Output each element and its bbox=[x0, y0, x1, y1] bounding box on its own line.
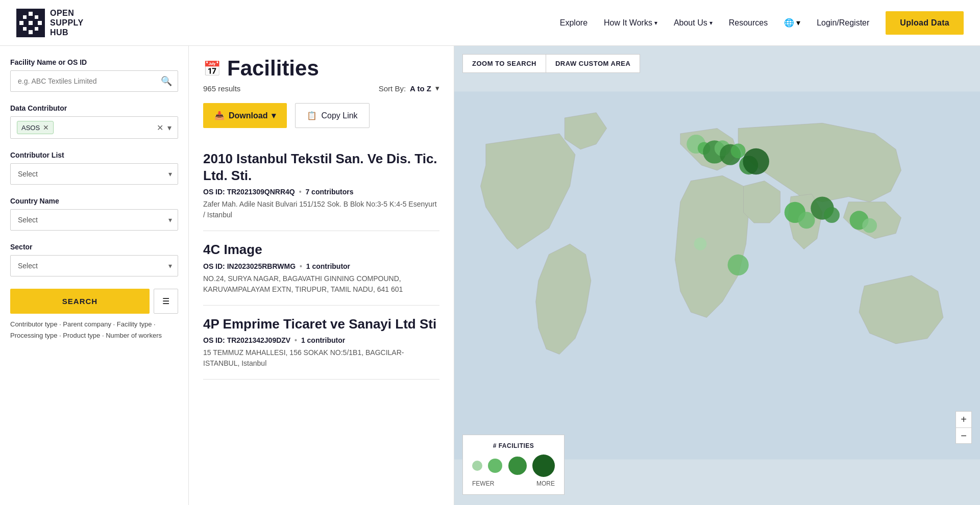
map-legend: # FACILITIES FEWER MORE bbox=[462, 435, 565, 495]
facility-address: Zafer Mah. Adile Nasit Bulvari 151/152 S… bbox=[203, 199, 439, 220]
facilities-title: Facilities bbox=[227, 56, 319, 81]
facility-address: 15 TEMMUZ MAHALLESI, 156 SOKAK NO:5/1B1,… bbox=[203, 347, 439, 369]
sector-select[interactable]: Select bbox=[10, 255, 178, 276]
map-zoom-controls: + − bbox=[955, 411, 972, 444]
download-button[interactable]: 📥 Download ▾ bbox=[203, 103, 287, 128]
facility-search-input[interactable] bbox=[10, 70, 178, 92]
nav-login[interactable]: Login/Register bbox=[817, 18, 869, 28]
contributor-list-label: Contributor List bbox=[10, 151, 178, 159]
nav-how-it-works[interactable]: How It Works ▾ bbox=[604, 18, 657, 28]
contributors-value: 1 contributor bbox=[301, 336, 345, 344]
contributor-input-wrap[interactable]: ASOS ✕ ✕ ▾ bbox=[10, 116, 178, 139]
country-label: Country Name bbox=[10, 197, 178, 205]
zoom-out-button[interactable]: − bbox=[955, 427, 972, 444]
svg-point-18 bbox=[743, 148, 769, 175]
results-meta: 965 results Sort By: A to Z ▾ bbox=[203, 84, 439, 93]
nav-resources[interactable]: Resources bbox=[729, 18, 768, 28]
svg-rect-9 bbox=[29, 21, 33, 25]
search-button[interactable]: SEARCH bbox=[10, 289, 150, 314]
logo-text: OPENSUPPLYHUB bbox=[50, 8, 84, 38]
os-id-label: OS ID: bbox=[203, 336, 227, 344]
upload-data-button[interactable]: Upload Data bbox=[886, 11, 964, 35]
copy-link-button[interactable]: 📋 Copy Link bbox=[295, 103, 369, 128]
draw-custom-area-button[interactable]: DRAW CUSTOM AREA bbox=[546, 54, 640, 73]
legend-title: # FACILITIES bbox=[472, 442, 555, 449]
contributor-tag-remove[interactable]: ✕ bbox=[43, 123, 49, 132]
os-id-value: TR2021309QNRR4Q bbox=[227, 188, 295, 196]
main-layout: Facility Name or OS ID 🔍 Data Contributo… bbox=[0, 46, 980, 505]
country-wrap: Select ▾ bbox=[10, 209, 178, 231]
sort-chevron-icon[interactable]: ▾ bbox=[435, 84, 439, 93]
zoom-to-search-button[interactable]: ZOOM TO SEARCH bbox=[462, 54, 546, 73]
legend-labels: FEWER MORE bbox=[472, 480, 555, 487]
legend-fewer-label: FEWER bbox=[472, 480, 494, 487]
nav-language[interactable]: 🌐 ▾ bbox=[784, 18, 800, 28]
svg-rect-8 bbox=[35, 27, 38, 31]
contributors-value: 7 contributors bbox=[305, 188, 353, 196]
main-nav: Explore How It Works ▾ About Us ▾ Resour… bbox=[560, 11, 964, 35]
logo[interactable]: OPENSUPPLYHUB bbox=[16, 8, 84, 38]
facility-name[interactable]: 2010 Istanbul Tekstil San. Ve Dis. Tic. … bbox=[203, 150, 439, 184]
country-select[interactable]: Select bbox=[10, 209, 178, 231]
results-panel: 📅 Facilities 965 results Sort By: A to Z… bbox=[189, 46, 454, 505]
contributor-label: Data Contributor bbox=[10, 104, 178, 112]
contributor-dropdown-icon[interactable]: ▾ bbox=[167, 123, 172, 133]
map-panel: ZOOM TO SEARCH DRAW CUSTOM AREA bbox=[454, 46, 980, 505]
contributors-value: 1 contributor bbox=[306, 262, 350, 270]
extra-filters: Contributor type · Parent company · Faci… bbox=[10, 319, 178, 341]
svg-rect-4 bbox=[38, 21, 42, 25]
sort-wrap: Sort By: A to Z ▾ bbox=[379, 84, 439, 93]
legend-more-label: MORE bbox=[536, 480, 555, 487]
facility-meta: OS ID: TR2021309QNRR4Q • 7 contributors bbox=[203, 188, 439, 196]
extra-filters-text: Contributor type · Parent company · Faci… bbox=[10, 319, 178, 341]
facility-item: 4P Emprime Ticaret ve Sanayi Ltd Sti OS … bbox=[203, 306, 439, 380]
svg-point-25 bbox=[728, 255, 749, 275]
contributor-list-section: Contributor List Select ▾ bbox=[10, 151, 178, 185]
svg-point-22 bbox=[824, 207, 840, 223]
facility-item: 2010 Istanbul Tekstil San. Ve Dis. Tic. … bbox=[203, 140, 439, 231]
contributor-tag-asos: ASOS ✕ bbox=[17, 121, 54, 134]
logo-icon bbox=[16, 9, 45, 37]
svg-rect-5 bbox=[23, 15, 27, 19]
language-chevron-icon: ▾ bbox=[796, 18, 800, 28]
how-it-works-chevron-icon: ▾ bbox=[654, 19, 657, 27]
os-id-value: TR2021342J09DZV bbox=[227, 336, 291, 344]
facility-name[interactable]: 4P Emprime Ticaret ve Sanayi Ltd Sti bbox=[203, 316, 439, 333]
contributor-list-select[interactable]: Select bbox=[10, 163, 178, 185]
search-icon: 🔍 bbox=[161, 76, 172, 86]
about-us-chevron-icon: ▾ bbox=[709, 19, 713, 27]
svg-rect-6 bbox=[35, 15, 38, 19]
copy-link-icon: 📋 bbox=[307, 111, 317, 120]
os-id-label: OS ID: bbox=[203, 262, 227, 270]
zoom-in-button[interactable]: + bbox=[955, 411, 972, 427]
search-btn-wrap: SEARCH ☰ bbox=[10, 289, 178, 314]
contributor-list-wrap: Select ▾ bbox=[10, 163, 178, 185]
sort-label: Sort By: bbox=[379, 84, 406, 93]
svg-point-20 bbox=[798, 212, 815, 229]
facility-search-icon-btn[interactable]: 🔍 bbox=[161, 75, 172, 87]
results-count: 965 results bbox=[203, 84, 240, 93]
sort-value[interactable]: A to Z bbox=[410, 84, 431, 93]
action-buttons: 📥 Download ▾ 📋 Copy Link bbox=[203, 103, 439, 128]
facilities-icon: 📅 bbox=[203, 60, 221, 77]
nav-about-us[interactable]: About Us ▾ bbox=[674, 18, 713, 28]
filter-icon-button[interactable]: ☰ bbox=[154, 289, 178, 314]
facility-name[interactable]: 4C Image bbox=[203, 241, 439, 258]
contributor-clear-icon[interactable]: ✕ bbox=[157, 123, 163, 133]
contributor-section: Data Contributor ASOS ✕ ✕ ▾ bbox=[10, 104, 178, 139]
header: OPENSUPPLYHUB Explore How It Works ▾ Abo… bbox=[0, 0, 980, 46]
legend-circle-3 bbox=[508, 457, 527, 475]
svg-point-26 bbox=[694, 238, 707, 250]
legend-circle-2 bbox=[488, 459, 502, 473]
svg-rect-7 bbox=[23, 27, 27, 31]
facilities-header: 📅 Facilities bbox=[203, 56, 439, 81]
sector-wrap: Select ▾ bbox=[10, 255, 178, 276]
svg-rect-1 bbox=[29, 12, 33, 16]
sector-section: Sector Select ▾ bbox=[10, 243, 178, 276]
country-section: Country Name Select ▾ bbox=[10, 197, 178, 231]
nav-explore[interactable]: Explore bbox=[560, 18, 587, 28]
legend-circle-1 bbox=[472, 461, 482, 471]
svg-point-24 bbox=[862, 218, 877, 233]
svg-rect-3 bbox=[19, 21, 23, 25]
download-icon: 📥 bbox=[214, 111, 225, 120]
